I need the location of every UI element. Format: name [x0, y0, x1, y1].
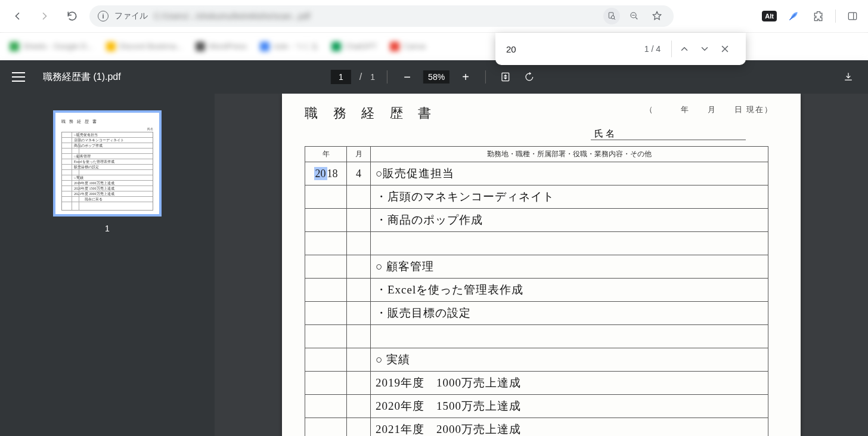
find-close-button[interactable]: [715, 39, 735, 59]
site-info-icon[interactable]: i: [98, 11, 108, 21]
thumbnail-number: 1: [105, 224, 110, 233]
svg-rect-3: [848, 13, 856, 20]
pdf-page: 職 務 経 歴 書 （ 年 月 日 現在） 氏名 年 月 勤務地・職種・所属部署…: [282, 94, 801, 436]
pdf-filename: 職務経歴書 (1).pdf: [43, 71, 121, 84]
cell-month: [347, 209, 371, 232]
cell-year: [305, 372, 347, 395]
th-detail: 勤務地・職種・所属部署・役職・業務内容・その他: [371, 147, 768, 162]
alt-badge-icon[interactable]: Alt: [762, 11, 777, 21]
th-year: 年: [305, 147, 347, 162]
table-row: ・店頭のマネキンコーディネイト: [305, 185, 768, 209]
address-bar[interactable]: i ファイル C:/Users/.../shokumu/keirekisho/s…: [89, 5, 674, 27]
find-next-button[interactable]: [695, 39, 715, 59]
table-row: ・販売目標の設定: [305, 302, 768, 325]
table-row: ○ 実績: [305, 348, 768, 372]
forward-button[interactable]: [35, 6, 55, 26]
cell-content: ○販売促進担当: [371, 162, 768, 185]
pdf-body: 職 務 経 歴 書 氏名 ○販売促進担当 店頭のマネキンコーディネイト 商品のポ…: [0, 94, 868, 436]
table-row: 2021年度 2000万売上達成: [305, 418, 768, 437]
find-result-count: 1 / 4: [644, 44, 661, 54]
th-month: 月: [347, 147, 371, 162]
table-row: ・商品のポップ作成: [305, 209, 768, 232]
cell-month: [347, 372, 371, 395]
cell-content: 2019年度 1000万売上達成: [371, 372, 768, 395]
toolbar-center: / 1 − 58% +: [331, 69, 537, 85]
cell-content: ○ 実績: [371, 348, 768, 372]
cell-content: ○ 顧客管理: [371, 255, 768, 279]
cell-year: [305, 325, 347, 348]
page-thumbnail[interactable]: 職 務 経 歴 書 氏名 ○販売促進担当 店頭のマネキンコーディネイト 商品のポ…: [53, 110, 162, 217]
divider: [387, 70, 388, 84]
divider: [671, 41, 672, 57]
cell-content: [371, 232, 768, 255]
find-input[interactable]: [506, 44, 636, 54]
table-row: [305, 325, 768, 348]
cell-year: [305, 395, 347, 418]
resume-table: 年 月 勤務地・職種・所属部署・役職・業務内容・その他 20184○販売促進担当…: [305, 146, 768, 436]
cell-content: ・店頭のマネキンコーディネイト: [371, 185, 768, 209]
cell-month: [347, 279, 371, 302]
table-row: ○ 顧客管理: [305, 255, 768, 279]
cell-month: [347, 348, 371, 372]
cell-month: [347, 325, 371, 348]
thumbnail-panel: 職 務 経 歴 書 氏名 ○販売促進担当 店頭のマネキンコーディネイト 商品のポ…: [0, 94, 215, 436]
cell-year: [305, 348, 347, 372]
divider: [835, 10, 836, 23]
cell-month: [347, 185, 371, 209]
table-row: [305, 232, 768, 255]
find-prev-button[interactable]: [674, 39, 695, 59]
page-number-input[interactable]: [331, 70, 351, 84]
reload-button[interactable]: [62, 6, 82, 26]
cell-month: [347, 395, 371, 418]
cell-year: [305, 232, 347, 255]
divider: [485, 70, 486, 84]
download-button[interactable]: [841, 69, 856, 85]
fit-page-button[interactable]: [498, 69, 513, 85]
find-in-page: 1 / 4: [495, 33, 746, 65]
zoom-out-icon[interactable]: [626, 8, 643, 24]
cell-content: ・商品のポップ作成: [371, 209, 768, 232]
side-panel-icon[interactable]: [844, 8, 861, 24]
cell-content: ・Excelを使った管理表作成: [371, 279, 768, 302]
url-text: C:/Users/.../shokumu/keirekisho/scan...p…: [154, 11, 597, 21]
cell-content: ・販売目標の設定: [371, 302, 768, 325]
table-row: 20184○販売促進担当: [305, 162, 768, 185]
menu-button[interactable]: [12, 69, 29, 85]
table-row: 2019年度 1000万売上達成: [305, 372, 768, 395]
svg-point-1: [611, 16, 614, 18]
page-separator: /: [359, 72, 362, 82]
cell-month: [347, 418, 371, 437]
cell-content: 2020年度 1500万売上達成: [371, 395, 768, 418]
cell-year: 2018: [305, 162, 347, 185]
cell-year: [305, 279, 347, 302]
back-button[interactable]: [7, 6, 27, 26]
zoom-out-button[interactable]: −: [399, 69, 415, 85]
cell-content: [371, 325, 768, 348]
cell-year: [305, 185, 347, 209]
browser-chrome: i ファイル C:/Users/.../shokumu/keirekisho/s…: [0, 0, 868, 33]
zoom-level: 58%: [423, 70, 450, 84]
extensions-icon[interactable]: [810, 8, 827, 24]
chrome-right-icons: Alt: [762, 8, 861, 24]
cell-year: [305, 209, 347, 232]
cell-month: [347, 302, 371, 325]
date-block: （ 年 月 日 現在）: [645, 104, 773, 115]
cell-year: [305, 418, 347, 437]
name-label: 氏名: [594, 129, 617, 138]
cell-content: 2021年度 2000万売上達成: [371, 418, 768, 437]
zoom-in-button[interactable]: +: [458, 69, 473, 85]
page-scroll-area[interactable]: 職 務 経 歴 書 （ 年 月 日 現在） 氏名 年 月 勤務地・職種・所属部署…: [215, 94, 868, 436]
file-scheme-label: ファイル: [114, 11, 148, 21]
bookmark-star-icon[interactable]: [649, 8, 665, 24]
cell-year: [305, 255, 347, 279]
pdf-toolbar: 職務経歴書 (1).pdf / 1 − 58% +: [0, 60, 868, 94]
cell-month: 4: [347, 162, 371, 185]
feather-extension-icon[interactable]: [785, 8, 802, 24]
cell-month: [347, 255, 371, 279]
name-block: 氏名: [305, 128, 746, 140]
rotate-button[interactable]: [522, 69, 537, 85]
table-row: 2020年度 1500万売上達成: [305, 395, 768, 418]
cell-year: [305, 302, 347, 325]
search-page-icon[interactable]: [603, 8, 620, 24]
page-total: 1: [370, 72, 375, 82]
